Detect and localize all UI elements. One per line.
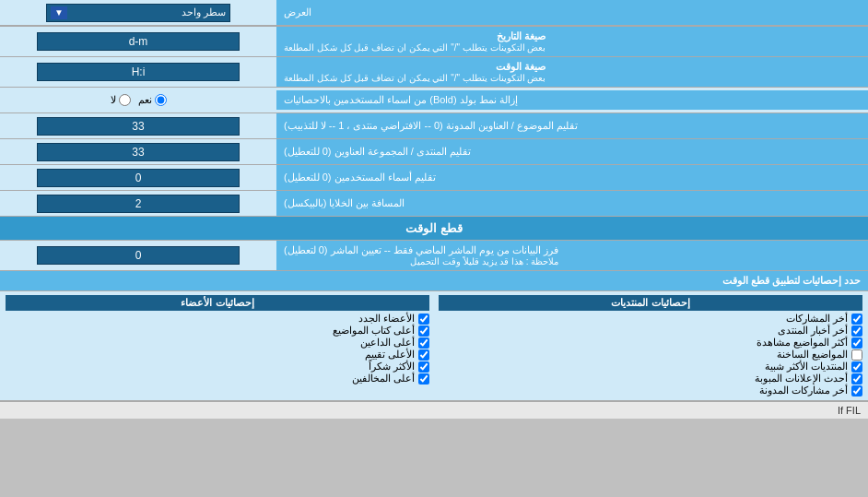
user-names-label: تقليم أسماء المستخدمين (0 للتعطيل) <box>276 165 868 190</box>
date-format-row: صيغة التاريخ بعض التكوينات يتطلب "/" الت… <box>0 27 868 57</box>
main-container: العرض سطر واحد ▼ صيغة التاريخ بعض التكوي… <box>0 0 868 419</box>
time-format-input-cell[interactable] <box>0 57 276 87</box>
cell-spacing-input[interactable] <box>37 195 240 213</box>
bold-radio-row: إزالة نمط بولد (Bold) من اسماء المستخدمي… <box>0 88 868 113</box>
cb-top-violators[interactable]: أعلى المخالفين <box>6 373 429 385</box>
cell-spacing-label: المسافة بين الخلايا (بالبيكسل) <box>276 191 868 216</box>
checkboxes-header-row: حدد إحصائيات لتطبيق قطع الوقت <box>0 271 868 291</box>
topics-titles-row: تقليم الموضوع / العناوين المدونة (0 -- ا… <box>0 113 868 139</box>
display-dropdown[interactable]: سطر واحد ▼ <box>46 4 230 22</box>
topics-titles-input[interactable] <box>37 117 240 136</box>
realtime-input-cell[interactable] <box>0 241 276 270</box>
topics-titles-input-cell[interactable] <box>0 113 276 138</box>
checkboxes-section: حدد إحصائيات لتطبيق قطع الوقت إحصائيات ا… <box>0 271 868 401</box>
cb-forum-news[interactable]: أخر أخبار المنتدى <box>439 325 862 337</box>
radio-yes[interactable]: نعم <box>138 94 167 106</box>
cb-top-inviters[interactable]: أعلى الداعين <box>6 337 429 349</box>
cb-top-topic-writers[interactable]: أعلى كتاب المواضيع <box>6 325 429 337</box>
checkboxes-area: إحصائيات المنتديات أخر المشاركات أخر أخب… <box>0 291 868 400</box>
cb-most-popular[interactable]: المنتديات الأكثر شبية <box>439 361 862 373</box>
date-format-input-cell[interactable] <box>0 27 276 56</box>
top-label: العرض <box>276 0 868 26</box>
time-format-label: صيغة الوقت بعض التكوينات يتطلب "/" التي … <box>276 57 868 87</box>
realtime-label: فرز البيانات من يوم الماشر الماضي فقط --… <box>276 241 868 270</box>
bottom-note: If FIL <box>0 401 868 419</box>
realtime-data-row: فرز البيانات من يوم الماشر الماضي فقط --… <box>0 241 868 271</box>
realtime-input[interactable] <box>37 246 240 265</box>
cb-hot-topics[interactable]: المواضيع الساخنة <box>439 349 862 361</box>
cb-blog-posts[interactable]: أخر مشاركات المدونة <box>439 385 862 396</box>
forum-titles-input[interactable] <box>37 143 240 161</box>
dropdown-cell[interactable]: سطر واحد ▼ <box>0 0 276 26</box>
time-format-input[interactable] <box>37 63 240 81</box>
time-format-row: صيغة الوقت بعض التكوينات يتطلب "/" التي … <box>0 57 868 88</box>
cb-last-posts[interactable]: أخر المشاركات <box>439 313 862 325</box>
user-names-input[interactable] <box>37 169 240 187</box>
date-format-input[interactable] <box>37 32 240 51</box>
cb-new-members[interactable]: الأعضاء الجدد <box>6 313 429 325</box>
forum-stats-col: إحصائيات المنتديات أخر المشاركات أخر أخب… <box>439 295 862 396</box>
topics-titles-label: تقليم الموضوع / العناوين المدونة (0 -- ا… <box>276 113 868 138</box>
cb-most-viewed[interactable]: أكثر المواضيع مشاهدة <box>439 337 862 349</box>
forum-titles-input-cell[interactable] <box>0 139 276 164</box>
bold-label: إزالة نمط بولد (Bold) من اسماء المستخدمي… <box>276 90 868 110</box>
forum-titles-label: تقليم المنتدى / المجموعة العناوين (0 للت… <box>276 139 868 164</box>
user-names-row: تقليم أسماء المستخدمين (0 للتعطيل) <box>0 165 868 191</box>
radio-no[interactable]: لا <box>111 94 131 106</box>
checkboxes-title: حدد إحصائيات لتطبيق قطع الوقت <box>0 271 868 290</box>
bold-radio-options: نعم لا <box>0 91 276 109</box>
top-header-row: العرض سطر واحد ▼ <box>0 0 868 27</box>
realtime-section-header: قطع الوقت <box>0 217 868 241</box>
date-format-label: صيغة التاريخ بعض التكوينات يتطلب "/" الت… <box>276 27 868 56</box>
cb-top-rated[interactable]: الأعلى تقييم <box>6 349 429 361</box>
cb-latest-ads[interactable]: أحدث الإعلانات المبوبة <box>439 373 862 385</box>
cell-spacing-row: المسافة بين الخلايا (بالبيكسل) <box>0 191 868 217</box>
forum-stats-header: إحصائيات المنتديات <box>439 295 862 311</box>
dropdown-arrow-icon: ▼ <box>51 6 67 19</box>
user-names-input-cell[interactable] <box>0 165 276 190</box>
forum-titles-row: تقليم المنتدى / المجموعة العناوين (0 للت… <box>0 139 868 165</box>
cb-most-thanked[interactable]: الأكثر شكراً <box>6 361 429 373</box>
member-stats-col: إحصائيات الأعضاء الأعضاء الجدد أعلى كتاب… <box>6 295 429 396</box>
cell-spacing-input-cell[interactable] <box>0 191 276 216</box>
member-stats-header: إحصائيات الأعضاء <box>6 295 429 311</box>
